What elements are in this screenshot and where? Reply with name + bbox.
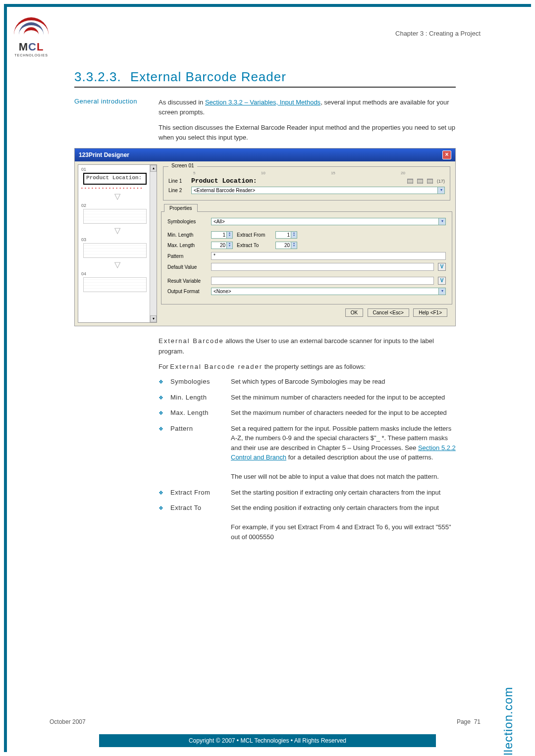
scroll-up-icon[interactable]: ▴ [150,165,157,172]
extractto-label: Extract To [237,243,271,248]
chapter-header: Chapter 3 : Creating a Project [395,30,481,37]
tab-properties[interactable]: Properties [164,204,198,212]
intro-paragraph-1: As discussed in Section 3.3.2 – Variable… [159,98,456,117]
property-list: ❖ Symbologies Set which types of Barcode… [159,377,456,542]
chevron-down-icon: ▾ [437,187,444,194]
line2-label: Line 2 [168,188,188,193]
list-item: ❖ Min. Length Set the minimum number of … [159,393,456,403]
logo-m: M [19,41,28,53]
chevron-down-icon: ▽ [78,192,157,201]
screen-fieldset: Screen 01 5 10 15 20 Line 1 Product Loca… [163,166,450,201]
extractfrom-spinner[interactable]: 1▴▾ [275,231,297,239]
line2-input-type-select[interactable]: <External Barcode Reader> ▾ [191,187,445,194]
logo-c: C [28,41,37,53]
bullet-icon: ❖ [159,409,164,418]
screen-list-panel: 01 Product Location: • • • • • • • • • •… [78,164,157,323]
ok-button[interactable]: OK [345,308,363,317]
bullet-icon: ❖ [159,425,164,482]
minlength-spinner[interactable]: 1▴▾ [211,231,233,239]
section-title-text: External Barcode Reader [130,69,286,84]
bullet-icon: ❖ [159,489,164,498]
content-area: 3.3.2.3. External Barcode Reader General… [74,69,456,548]
align-right-icon[interactable] [427,179,433,184]
bullet-icon: ❖ [159,394,164,403]
page-top-border [4,4,531,7]
list-item: ❖ Pattern Set a required pattern for the… [159,424,456,482]
logo-subtext: TECHNOLOGIES [9,53,54,57]
chevron-down-icon: ▾ [438,288,445,295]
pattern-label: Pattern [167,253,207,259]
extractfrom-label: Extract From [237,232,271,238]
scrollbar[interactable]: ▴ ▾ [150,165,157,322]
list-item: ❖ Symbologies Set which types of Barcode… [159,377,456,387]
intro-label: General introduction [74,98,149,117]
maxlength-label: Max. Length [167,243,207,248]
symbologies-select[interactable]: <All> ▾ [211,218,446,225]
dialog-title: 123Print Designer [79,151,129,158]
chevron-down-icon: ▽ [78,226,157,235]
pattern-input[interactable]: * [211,252,446,260]
intro-paragraph-2: This section discusses the External Barc… [159,123,456,142]
link-section-3-3-2[interactable]: Section 3.3.2 – Variables, Input Methods [205,99,321,106]
section-title: 3.3.2.3. External Barcode Reader [74,69,456,88]
chevron-down-icon: ▾ [438,218,445,225]
body-paragraph-1: External Barcode allows the User to use … [159,336,456,372]
line1-text: Product Location: [191,177,404,185]
bullet-icon: ❖ [159,504,164,542]
ruler: 5 10 15 20 [168,171,445,175]
properties-panel: Symbologies <All> ▾ Min. Length 1▴▾ Extr… [161,211,452,304]
minlength-label: Min. Length [167,232,207,238]
logo: MCL TECHNOLOGIES [9,15,54,59]
section-number: 3.3.2.3. [74,69,121,84]
defaultvalue-label: Default Value [167,264,207,270]
screenshot-dialog: 123Print Designer × 01 Product Location:… [74,148,456,326]
help-button[interactable]: Help <F1> [413,308,447,317]
website-url: ◆ www.mcl-collection.com [501,687,515,756]
variable-picker-button[interactable]: V [438,263,446,271]
screen-item-01[interactable]: 01 Product Location: • • • • • • • • • •… [81,167,155,190]
input-placeholder-dots: • • • • • • • • • • • • • • • • • • [81,187,155,190]
close-icon[interactable]: × [442,151,451,159]
maxlength-spinner[interactable]: 20▴▾ [211,242,233,249]
list-item: ❖ Extract To Set the ending position if … [159,503,456,542]
resultvariable-label: Result Variable [167,278,207,284]
page-left-border [4,4,7,752]
symbologies-label: Symbologies [167,219,207,224]
variable-picker-button[interactable]: V [438,277,446,285]
screen-item-04[interactable]: 04 [81,271,155,292]
chevron-down-icon: ▽ [78,260,157,269]
list-item: ❖ Max. Length Set the maximum number of … [159,408,456,418]
list-item: ❖ Extract From Set the starting position… [159,488,456,498]
screen-item-03[interactable]: 03 [81,237,155,258]
logo-l: L [37,41,44,53]
align-center-icon[interactable] [417,179,423,184]
cancel-button[interactable]: Cancel <Esc> [368,308,409,317]
defaultvalue-input[interactable] [211,263,434,271]
footer-date: October 2007 [50,718,86,725]
line1-label: Line 1 [168,178,188,184]
extractto-spinner[interactable]: 20▴▾ [275,242,297,249]
bullet-icon: ❖ [159,378,164,387]
scroll-down-icon[interactable]: ▾ [150,315,157,322]
align-left-icon[interactable] [407,179,413,184]
outputformat-label: Output Format [167,289,207,294]
dialog-titlebar: 123Print Designer × [75,149,455,161]
line1-length: (17) [437,179,445,184]
outputformat-select[interactable]: <None> ▾ [211,288,446,295]
screen-item-02[interactable]: 02 [81,203,155,224]
fieldset-legend: Screen 01 [168,163,197,168]
resultvariable-input[interactable] [211,277,434,285]
copyright-bar: Copyright © 2007 • MCL Technologies • Al… [99,734,436,747]
footer-page: Page 71 [457,718,481,725]
